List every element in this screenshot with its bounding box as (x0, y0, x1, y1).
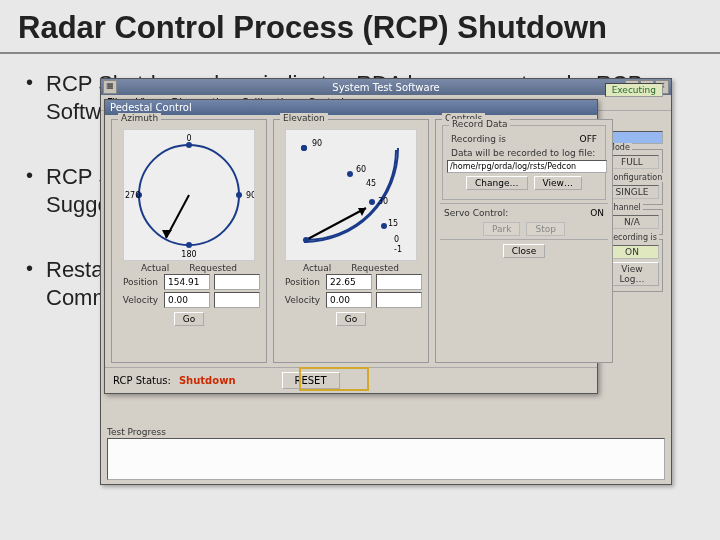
reset-button[interactable]: RESET (282, 372, 340, 389)
record-data-label: Record Data (449, 119, 510, 129)
svg-text:90: 90 (312, 139, 322, 148)
rcp-status-value: Shutdown (179, 375, 236, 386)
az-position-actual: 154.91 (164, 274, 210, 290)
close-button[interactable]: Close (503, 244, 546, 258)
el-actual-header: Actual (303, 263, 331, 273)
divider-2 (440, 239, 608, 240)
svg-point-13 (301, 145, 307, 151)
pedestal-window: Pedestal Control Azimuth 0 90 180 270 (104, 99, 598, 394)
sts-sysmenu-icon[interactable]: ▦ (103, 80, 117, 94)
pedestal-title-text: Pedestal Control (110, 102, 192, 113)
mode-value: FULL (605, 155, 659, 169)
svg-text:45: 45 (366, 179, 376, 188)
controls-group: Controls Record Data Recording is OFF Da… (435, 119, 613, 363)
change-button[interactable]: Change… (466, 176, 527, 190)
elevation-group: Elevation (273, 119, 429, 363)
sts-title-text: System Test Software (332, 82, 439, 93)
executing-badge: Executing (605, 83, 663, 97)
svg-point-9 (303, 237, 309, 243)
svg-point-16 (381, 223, 387, 229)
logfile-label: Data will be recorded to log file: (451, 148, 597, 158)
az-tick-180: 180 (181, 250, 196, 259)
az-requested-header: Requested (189, 263, 237, 273)
status-bar: RCP Status: Shutdown RESET (105, 367, 597, 393)
az-tick-90: 90 (246, 191, 254, 200)
servo-label: Servo Control: (444, 208, 508, 218)
el-velocity-actual: 0.00 (326, 292, 372, 308)
view-button[interactable]: View… (534, 176, 582, 190)
az-position-requested[interactable] (214, 274, 260, 290)
viewlog-button[interactable]: View Log… (605, 262, 659, 286)
svg-point-3 (186, 242, 192, 248)
park-button[interactable]: Park (483, 222, 520, 236)
el-velocity-label: Velocity (280, 295, 322, 305)
azimuth-dial: 0 90 180 270 (123, 129, 255, 261)
az-velocity-label: Velocity (118, 295, 160, 305)
svg-text:0: 0 (394, 235, 399, 244)
recording-is-label: Recording is (451, 134, 506, 144)
az-tick-270: 270 (125, 191, 140, 200)
progress-box (107, 438, 665, 480)
el-position-label: Position (280, 277, 322, 287)
azimuth-label: Azimuth (118, 113, 161, 123)
svg-point-14 (347, 171, 353, 177)
az-tick-0: 0 (186, 134, 191, 143)
el-position-requested[interactable] (376, 274, 422, 290)
recording-label: Recording is (606, 233, 659, 242)
az-position-label: Position (118, 277, 160, 287)
svg-text:15: 15 (388, 219, 398, 228)
slide-title: Radar Control Process (RCP) Shutdown (0, 0, 720, 52)
elevation-dial: 90 60 45 30 15 0 -1 (285, 129, 417, 261)
progress-label: Test Progress (107, 427, 665, 437)
title-underline (0, 52, 720, 54)
recording-value: ON (605, 245, 659, 259)
recording-is-value[interactable]: OFF (580, 134, 597, 144)
az-velocity-requested[interactable] (214, 292, 260, 308)
el-position-actual: 22.65 (326, 274, 372, 290)
az-actual-header: Actual (141, 263, 169, 273)
svg-point-15 (369, 199, 375, 205)
servo-value[interactable]: ON (590, 208, 604, 218)
divider (440, 203, 608, 204)
config-value: SINGLE (605, 185, 659, 199)
stop-button[interactable]: Stop (526, 222, 564, 236)
svg-text:30: 30 (378, 197, 388, 206)
config-label: Configuration (606, 173, 664, 182)
pedestal-titlebar: Pedestal Control (105, 100, 597, 115)
svg-text:-1: -1 (394, 245, 402, 254)
el-requested-header: Requested (351, 263, 399, 273)
logfile-path: /home/rpg/orda/log/rsts/Pedcon (447, 160, 607, 173)
az-velocity-actual: 0.00 (164, 292, 210, 308)
record-data-group: Record Data Recording is OFF Data will b… (442, 125, 606, 200)
el-velocity-requested[interactable] (376, 292, 422, 308)
sts-titlebar: ▦ System Test Software _ ▢ × (101, 79, 671, 95)
rcp-status-label: RCP Status: (113, 375, 171, 386)
svg-point-2 (236, 192, 242, 198)
azimuth-group: Azimuth 0 90 180 270 Actual (111, 119, 267, 363)
az-go-button[interactable]: Go (174, 312, 204, 326)
svg-text:60: 60 (356, 165, 366, 174)
el-go-button[interactable]: Go (336, 312, 366, 326)
channel-value: N/A (605, 215, 659, 229)
elevation-label: Elevation (280, 113, 328, 123)
